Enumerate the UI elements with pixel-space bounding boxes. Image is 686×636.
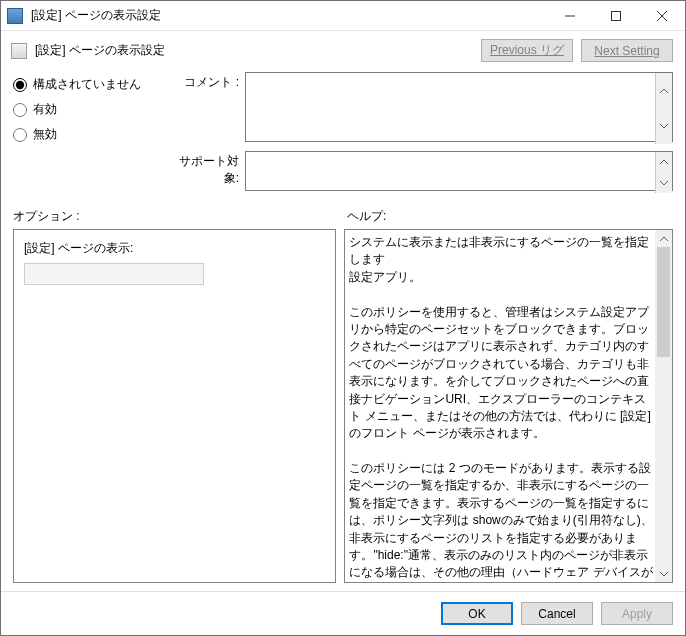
radio-disabled-input[interactable] (13, 128, 27, 142)
radio-enabled-input[interactable] (13, 103, 27, 117)
help-text: システムに表示または非表示にするページの一覧を指定します 設定アプリ。 このポリ… (349, 234, 654, 578)
window-title: [設定] ページの表示設定 (29, 7, 547, 24)
next-setting-button[interactable]: Next Setting (581, 39, 673, 62)
support-label: サポート対象: (171, 151, 239, 187)
comment-scrollbar[interactable] (655, 73, 672, 144)
ok-button[interactable]: OK (441, 602, 513, 625)
cancel-button[interactable]: Cancel (521, 602, 593, 625)
section-labels: オプション : ヘルプ: (1, 198, 685, 229)
close-button[interactable] (639, 1, 685, 30)
scroll-thumb[interactable] (657, 247, 670, 357)
comment-row: コメント : (171, 72, 673, 145)
state-radio-group: 構成されていません 有効 無効 (13, 72, 163, 194)
scroll-up-icon[interactable] (656, 73, 672, 109)
support-wrap (245, 151, 673, 194)
scroll-down-icon[interactable] (656, 109, 672, 145)
support-scrollbar[interactable] (655, 152, 672, 193)
help-panel: システムに表示または非表示にするページの一覧を指定します 設定アプリ。 このポリ… (344, 229, 673, 583)
scroll-down-icon[interactable] (656, 173, 672, 194)
help-scrollbar[interactable] (655, 230, 672, 582)
support-row: サポート対象: (171, 151, 673, 194)
radio-enabled-label: 有効 (33, 101, 57, 118)
footer: OK Cancel Apply (1, 591, 685, 635)
scroll-up-icon[interactable] (656, 152, 672, 173)
radio-not-configured-input[interactable] (13, 78, 27, 92)
previous-setting-button[interactable]: Previous リグ (481, 39, 573, 62)
svg-rect-1 (612, 11, 621, 20)
policy-title: [設定] ページの表示設定 (35, 42, 473, 59)
minimize-button[interactable] (547, 1, 593, 30)
titlebar: [設定] ページの表示設定 (1, 1, 685, 31)
radio-not-configured-label: 構成されていません (33, 76, 141, 93)
apply-button: Apply (601, 602, 673, 625)
comment-textarea[interactable] (245, 72, 673, 142)
comment-wrap (245, 72, 673, 145)
scroll-up-icon[interactable] (655, 230, 672, 247)
options-section-label: オプション : (13, 208, 343, 225)
options-panel: [設定] ページの表示: (13, 229, 336, 583)
app-icon (7, 8, 23, 24)
upper-area: 構成されていません 有効 無効 コメント : (1, 68, 685, 198)
radio-disabled[interactable]: 無効 (13, 126, 163, 143)
option-field-label: [設定] ページの表示: (24, 240, 325, 257)
scroll-track[interactable] (655, 247, 672, 565)
radio-not-configured[interactable]: 構成されていません (13, 76, 163, 93)
fields-area: コメント : サポート対象: (171, 72, 673, 194)
radio-enabled[interactable]: 有効 (13, 101, 163, 118)
policy-icon (11, 43, 27, 59)
radio-disabled-label: 無効 (33, 126, 57, 143)
lower-area: [設定] ページの表示: システムに表示または非表示にするページの一覧を指定しま… (1, 229, 685, 591)
option-field-input (24, 263, 204, 285)
header-row: [設定] ページの表示設定 Previous リグ Next Setting (1, 31, 685, 68)
maximize-button[interactable] (593, 1, 639, 30)
help-section-label: ヘルプ: (343, 208, 673, 225)
window-controls (547, 1, 685, 30)
dialog-window: [設定] ページの表示設定 [設定] ページの表示設定 Previous リグ … (0, 0, 686, 636)
scroll-down-icon[interactable] (655, 565, 672, 582)
comment-label: コメント : (171, 72, 239, 91)
support-textarea (245, 151, 673, 191)
